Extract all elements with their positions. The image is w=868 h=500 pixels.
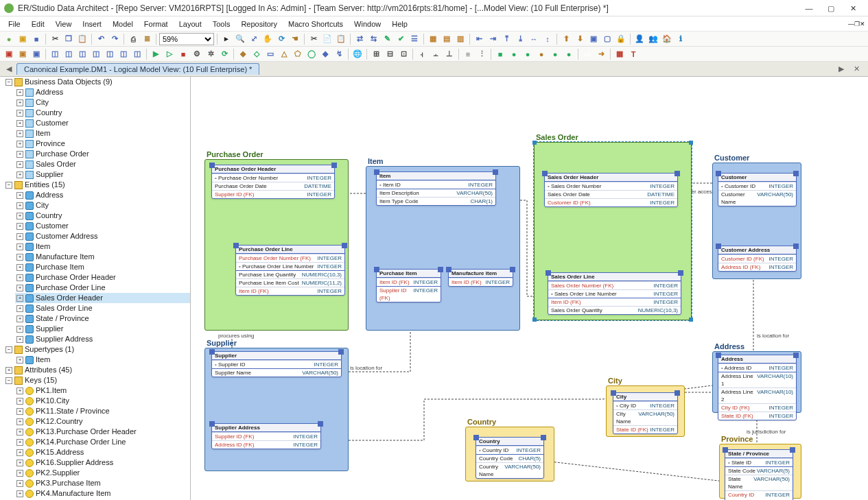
- tree-item[interactable]: +Sales Order Header: [15, 293, 190, 303]
- maximize-button[interactable]: ▢: [820, 1, 842, 15]
- tool2-icon[interactable]: ◇: [250, 48, 263, 60]
- tree-item[interactable]: +Country: [15, 211, 190, 221]
- tree-item[interactable]: +Manufacture Item: [15, 252, 190, 262]
- st1-icon[interactable]: ■: [494, 48, 506, 60]
- expand-icon[interactable]: +: [16, 439, 23, 446]
- expand-icon[interactable]: +: [16, 223, 23, 230]
- expand-icon[interactable]: +: [16, 202, 23, 209]
- refresh-icon[interactable]: ⟳: [275, 33, 288, 45]
- redo-icon[interactable]: ↷: [108, 33, 121, 45]
- al3-icon[interactable]: ⊡: [397, 48, 410, 60]
- tree-item[interactable]: +PK15.Address: [15, 447, 190, 457]
- tree-item[interactable]: +City: [15, 200, 190, 211]
- tree-item[interactable]: +PK11.State / Province: [15, 406, 190, 416]
- tree-item[interactable]: +PK2.Supplier: [15, 468, 190, 478]
- menu-model[interactable]: Model: [107, 16, 139, 32]
- db4-icon[interactable]: ◫: [90, 48, 102, 60]
- tree-item[interactable]: +PK4.Manufacture Item: [15, 488, 190, 499]
- menu-format[interactable]: Format: [139, 16, 174, 32]
- repo2-icon[interactable]: ▣: [16, 48, 29, 60]
- new-icon[interactable]: ●: [3, 33, 15, 45]
- expand-icon[interactable]: +: [16, 326, 23, 333]
- tree-item[interactable]: +PK16.Supplier Address: [15, 457, 190, 468]
- expand-icon[interactable]: +: [16, 429, 23, 436]
- st2-icon[interactable]: ●: [508, 48, 520, 60]
- entity-customer[interactable]: CustomerCustomer IDINTEGERCustomer NameV…: [718, 173, 797, 206]
- tree-item[interactable]: +PK14.Purchase Order Line: [15, 437, 190, 447]
- note-icon[interactable]: ✎: [381, 33, 393, 45]
- expand-icon[interactable]: −: [5, 79, 12, 86]
- tree-item[interactable]: +Customer: [15, 118, 190, 128]
- expand-icon[interactable]: +: [16, 295, 23, 302]
- expand-icon[interactable]: +: [5, 367, 12, 374]
- tree-folder[interactable]: −Supertypes (1): [4, 344, 190, 355]
- home-icon[interactable]: 🏠: [661, 33, 673, 45]
- entity-state-province[interactable]: State / ProvinceState IDINTEGERState Cod…: [725, 449, 793, 500]
- expand-icon[interactable]: +: [16, 141, 23, 147]
- mdi-minimize-button[interactable]: —: [848, 21, 854, 27]
- relation2-icon[interactable]: ⇆: [367, 33, 379, 45]
- page-icon[interactable]: ▭: [581, 48, 594, 60]
- expand-icon[interactable]: +: [16, 357, 23, 364]
- same-h-icon[interactable]: ↕: [541, 33, 554, 45]
- print-icon[interactable]: ⎙: [127, 33, 139, 45]
- expand-icon[interactable]: +: [16, 264, 23, 271]
- menu-repository[interactable]: Repository: [235, 16, 283, 32]
- expand-icon[interactable]: +: [16, 110, 23, 117]
- st4-icon[interactable]: ●: [535, 48, 548, 60]
- entity-purchase-item[interactable]: Purchase ItemItem ID (FK)INTEGERSupplier…: [376, 269, 441, 302]
- db6-icon[interactable]: ◫: [117, 48, 130, 60]
- paste2-icon[interactable]: 📋: [335, 33, 347, 45]
- open-icon[interactable]: ▣: [16, 33, 29, 45]
- menu-edit[interactable]: Edit: [26, 16, 50, 32]
- menu-layout[interactable]: Layout: [174, 16, 207, 32]
- expand-icon[interactable]: +: [16, 161, 23, 168]
- export-icon[interactable]: ➜: [595, 48, 607, 60]
- sp1-icon[interactable]: ⫞: [416, 48, 428, 60]
- align-t-icon[interactable]: ⤒: [500, 33, 513, 45]
- scissors-icon[interactable]: ✂: [307, 33, 320, 45]
- expand-icon[interactable]: −: [5, 377, 12, 384]
- expand-icon[interactable]: +: [16, 388, 23, 394]
- text-icon[interactable]: T: [627, 48, 640, 60]
- tree-item[interactable]: +Sales Order Line: [15, 303, 190, 313]
- gear2-icon[interactable]: ✲: [204, 48, 217, 60]
- play-icon[interactable]: ▶: [150, 48, 162, 60]
- entity-sales-order-line[interactable]: Sales Order LineSales Order Number (FK)I…: [548, 272, 681, 315]
- db7-icon[interactable]: ◫: [131, 48, 143, 60]
- tree-item[interactable]: +PK1.Item: [15, 385, 190, 396]
- tool1-icon[interactable]: ◆: [237, 48, 249, 60]
- align-l-icon[interactable]: ⇤: [473, 33, 485, 45]
- tree-item[interactable]: +Supplier Address: [15, 334, 190, 344]
- expand-icon[interactable]: +: [16, 336, 23, 343]
- expand-icon[interactable]: +: [16, 151, 23, 158]
- tool5-icon[interactable]: ⬠: [292, 48, 304, 60]
- expand-icon[interactable]: +: [16, 99, 23, 106]
- entity-supplier-address[interactable]: Supplier AddressSupplier ID (FK)INTEGERA…: [211, 423, 321, 449]
- grid3-icon[interactable]: ▥: [454, 33, 467, 45]
- mdi-close-button[interactable]: ✕: [860, 21, 865, 27]
- expand-icon[interactable]: +: [16, 480, 23, 487]
- gear-icon[interactable]: ⚙: [191, 48, 203, 60]
- same-w-icon[interactable]: ↔: [528, 33, 540, 45]
- expand-icon[interactable]: +: [16, 243, 23, 250]
- expand-icon[interactable]: +: [16, 460, 23, 466]
- hand-icon[interactable]: ☚: [289, 33, 301, 45]
- tree-item[interactable]: +Purchase Order Line: [15, 283, 190, 293]
- document-tab[interactable]: Canonical Example.DM1 - Logical Model Vi…: [16, 63, 259, 75]
- menu-help[interactable]: Help: [386, 16, 413, 32]
- expand-icon[interactable]: +: [16, 449, 23, 456]
- tree-item[interactable]: +Supplier: [15, 324, 190, 334]
- tree-item[interactable]: +Province: [15, 139, 190, 149]
- expand-icon[interactable]: +: [16, 408, 23, 415]
- calendar-icon[interactable]: ▦: [613, 48, 626, 60]
- tool8-icon[interactable]: ↯: [333, 48, 345, 60]
- lock-icon[interactable]: 🔒: [615, 33, 627, 45]
- pointer-icon[interactable]: ▸: [220, 33, 233, 45]
- expand-icon[interactable]: +: [16, 233, 23, 240]
- tree-item[interactable]: +PK13.Purchase Order Header: [15, 427, 190, 437]
- menu-view[interactable]: View: [50, 16, 78, 32]
- tree-folder[interactable]: −Business Data Objects (9): [4, 77, 190, 87]
- tab-prev-button[interactable]: ◀: [4, 64, 14, 74]
- tool7-icon[interactable]: ◆: [319, 48, 331, 60]
